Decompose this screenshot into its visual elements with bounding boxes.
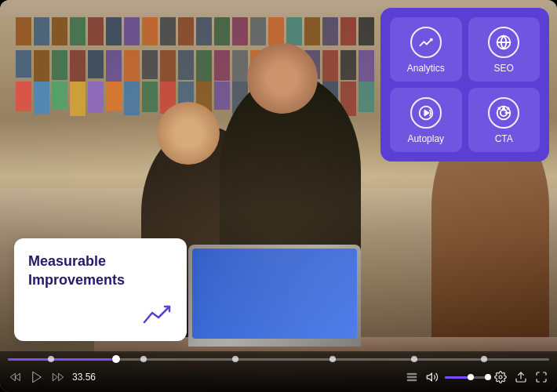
- autoplay-card[interactable]: Autoplay: [390, 88, 462, 152]
- chapters-button[interactable]: [404, 369, 420, 385]
- video-player: Analytics SEO Autoplay: [0, 0, 557, 392]
- svg-rect-12: [407, 379, 417, 380]
- progress-bar[interactable]: [8, 358, 549, 361]
- svg-marker-9: [33, 372, 42, 383]
- fullscreen-button[interactable]: [533, 369, 549, 385]
- share-button[interactable]: [513, 369, 529, 385]
- progress-dots: [8, 356, 549, 363]
- rewind-button[interactable]: [8, 369, 24, 385]
- seo-card[interactable]: SEO: [468, 17, 541, 82]
- cta-card[interactable]: CTA: [468, 88, 541, 152]
- volume-slider[interactable]: [445, 376, 488, 379]
- laptop: [188, 245, 361, 347]
- analytics-card[interactable]: Analytics: [390, 17, 462, 82]
- analytics-label: Analytics: [407, 63, 445, 74]
- settings-button[interactable]: [493, 369, 508, 385]
- autoplay-label: Autoplay: [407, 133, 444, 144]
- video-controls: 33.56: [0, 351, 557, 392]
- svg-marker-3: [424, 111, 428, 116]
- skip-forward-button[interactable]: [50, 369, 66, 385]
- analytics-icon: [410, 27, 442, 58]
- autoplay-icon: [410, 97, 442, 129]
- svg-rect-10: [407, 373, 417, 374]
- controls-row: 33.56: [8, 368, 549, 386]
- svg-line-6: [499, 108, 501, 110]
- seo-icon: [488, 27, 519, 58]
- seo-label: SEO: [494, 63, 514, 74]
- svg-line-7: [508, 108, 509, 110]
- cta-label: CTA: [495, 133, 513, 144]
- svg-point-13: [499, 376, 502, 379]
- improvements-chart-icon: [141, 299, 173, 330]
- play-button[interactable]: [28, 368, 46, 386]
- svg-rect-11: [407, 376, 417, 377]
- improvements-title: Measurable Improvements: [28, 252, 173, 289]
- cta-icon: [488, 97, 519, 129]
- improvements-card: Measurable Improvements: [14, 238, 187, 341]
- feature-cards-panel: Analytics SEO Autoplay: [380, 8, 549, 162]
- time-display: 33.56: [72, 372, 96, 383]
- volume-button[interactable]: [424, 369, 440, 385]
